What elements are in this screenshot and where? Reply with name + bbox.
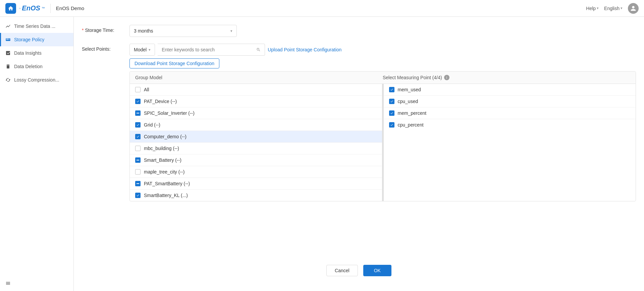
- group-model-header: Group Model: [135, 75, 383, 80]
- checkbox-all[interactable]: [135, 87, 141, 92]
- home-icon[interactable]: [5, 3, 16, 14]
- group-model-row-all[interactable]: All: [130, 84, 382, 96]
- model-dropdown[interactable]: Model ▾: [129, 44, 155, 56]
- storage-time-text: Storage Time:: [85, 28, 114, 33]
- group-model-label-smart-battery-kl: SmartBattery_KL (...): [144, 193, 188, 198]
- sidebar-item-data-deletion[interactable]: Data Deletion: [0, 60, 73, 73]
- group-model-row-mbc-building[interactable]: mbc_building (--): [130, 143, 382, 154]
- sidebar-label-storage-policy: Storage Policy: [14, 37, 44, 42]
- group-model-label-mbc-building: mbc_building (--): [144, 146, 179, 151]
- group-model-row-smart-battery-kl[interactable]: SmartBattery_KL (...): [130, 190, 382, 201]
- group-model-label-pat-device: PAT_Device (--): [144, 99, 177, 104]
- group-model-row-spic-solar[interactable]: SPIC_Solar_Inverter (--): [130, 107, 382, 119]
- select-points-row: Select Points: Model ▾ Upload Point Stor…: [82, 44, 636, 201]
- help-chevron-icon: ▾: [597, 6, 599, 10]
- sidebar-label-data-insights: Data Insights: [14, 50, 42, 56]
- table-header: Group Model Select Measuring Point (4/4)…: [130, 71, 636, 84]
- measuring-point-row-mem-percent[interactable]: mem_percent: [384, 107, 636, 119]
- group-model-row-computer-demo[interactable]: Computer_demo (--): [130, 131, 382, 143]
- sidebar-item-lossy-compression[interactable]: Lossy Compression...: [0, 73, 73, 87]
- measuring-point-header: Select Measuring Point (4/4) i: [383, 75, 630, 80]
- checkbox-cpu-percent[interactable]: [389, 122, 394, 128]
- required-star: *: [82, 28, 84, 33]
- checkbox-cpu-used[interactable]: [389, 99, 394, 104]
- sidebar-item-data-insights[interactable]: Data Insights: [0, 46, 73, 60]
- sidebar-bottom-menu[interactable]: [0, 277, 73, 291]
- checkbox-mem-used[interactable]: [389, 87, 394, 92]
- sidebar-item-storage-policy[interactable]: Storage Policy: [0, 33, 73, 46]
- sidebar-label-time-series: Time Series Data ...: [14, 23, 55, 29]
- checkbox-spic-solar[interactable]: [135, 110, 141, 116]
- checkbox-computer-demo[interactable]: [135, 134, 141, 139]
- enos-brand-text: EnOS: [22, 4, 40, 12]
- group-model-row-pat-device[interactable]: PAT_Device (--): [130, 96, 382, 107]
- measuring-point-label-mem-percent: mem_percent: [398, 110, 427, 116]
- search-input-box[interactable]: [158, 44, 265, 56]
- language-menu[interactable]: English ▾: [604, 6, 623, 11]
- download-button[interactable]: Download Point Storage Configuration: [129, 58, 219, 68]
- storage-icon: [5, 37, 11, 42]
- logo-area: ··· EnOS ™: [5, 3, 45, 14]
- content-area: * Storage Time: 3 months ▾ Select Points…: [74, 17, 644, 291]
- measuring-point-label-cpu-used: cpu_used: [398, 99, 418, 104]
- ok-button[interactable]: OK: [363, 265, 391, 276]
- measuring-point-header-text: Select Measuring Point (4/4): [383, 75, 442, 80]
- sidebar: Time Series Data ... Storage Policy Data…: [0, 17, 74, 291]
- table-body: All PAT_Device (--): [130, 84, 636, 201]
- insights-icon: [5, 50, 11, 56]
- group-model-row-grid[interactable]: Grid (--): [130, 119, 382, 131]
- group-model-label-all: All: [144, 87, 149, 92]
- help-label: Help: [586, 6, 596, 11]
- group-model-label-pat-smart-battery: PAT_SmartBattery (--): [144, 181, 190, 186]
- checkbox-smart-battery[interactable]: [135, 157, 141, 163]
- group-model-list: All PAT_Device (--): [130, 84, 382, 201]
- checkbox-grid[interactable]: [135, 122, 141, 128]
- group-model-label-computer-demo: Computer_demo (--): [144, 134, 186, 139]
- sidebar-label-lossy-compression: Lossy Compression...: [14, 77, 59, 83]
- group-model-row-pat-smart-battery[interactable]: PAT_SmartBattery (--): [130, 178, 382, 190]
- nav-divider: [50, 4, 51, 13]
- chart-icon: [5, 23, 11, 29]
- checkbox-maple-tree[interactable]: [135, 169, 141, 175]
- enos-dots: ···: [19, 6, 20, 10]
- group-model-label-grid: Grid (--): [144, 122, 160, 128]
- measuring-point-list: mem_used cpu_used: [384, 84, 636, 201]
- sidebar-item-time-series[interactable]: Time Series Data ...: [0, 19, 73, 33]
- storage-time-select[interactable]: 3 months ▾: [129, 25, 237, 37]
- storage-time-row: * Storage Time: 3 months ▾: [82, 25, 636, 37]
- info-icon[interactable]: i: [444, 75, 449, 80]
- select-points-area: Model ▾ Upload Point Storage Configurati…: [129, 44, 636, 201]
- help-menu[interactable]: Help ▾: [586, 6, 599, 11]
- checkbox-mbc-building[interactable]: [135, 146, 141, 151]
- checkbox-mem-percent[interactable]: [389, 110, 394, 116]
- group-model-label-spic-solar: SPIC_Solar_Inverter (--): [144, 110, 195, 116]
- measuring-point-label-mem-used: mem_used: [398, 87, 421, 92]
- group-model-label-maple-tree: maple_tree_city (--): [144, 169, 184, 175]
- nav-left: ··· EnOS ™ EnOS Demo: [5, 3, 84, 14]
- checkbox-pat-device[interactable]: [135, 99, 141, 104]
- measuring-point-row-cpu-used[interactable]: cpu_used: [384, 96, 636, 107]
- checkbox-pat-smart-battery[interactable]: [135, 181, 141, 186]
- compression-icon: [5, 77, 11, 83]
- measuring-point-row-mem-used[interactable]: mem_used: [384, 84, 636, 96]
- points-table: Group Model Select Measuring Point (4/4)…: [129, 71, 636, 201]
- upload-link[interactable]: Upload Point Storage Configuration: [268, 47, 341, 52]
- user-avatar[interactable]: [628, 3, 639, 14]
- group-model-row-smart-battery[interactable]: Smart_Battery (--): [130, 154, 382, 166]
- measuring-point-row-cpu-percent[interactable]: cpu_percent: [384, 119, 636, 131]
- model-chevron-icon: ▾: [149, 48, 151, 52]
- lang-chevron-icon: ▾: [621, 6, 623, 10]
- select-points-top: Model ▾ Upload Point Storage Configurati…: [129, 44, 636, 56]
- deletion-icon: [5, 64, 11, 69]
- storage-time-value: 3 months: [134, 28, 153, 34]
- main-layout: Time Series Data ... Storage Policy Data…: [0, 17, 644, 291]
- search-input[interactable]: [162, 47, 254, 52]
- language-label: English: [604, 6, 620, 11]
- group-model-row-maple-tree[interactable]: maple_tree_city (--): [130, 166, 382, 178]
- app-title: EnOS Demo: [56, 5, 84, 11]
- checkbox-smart-battery-kl[interactable]: [135, 193, 141, 198]
- cancel-button[interactable]: Cancel: [326, 265, 358, 276]
- group-model-label-smart-battery: Smart_Battery (--): [144, 157, 181, 163]
- storage-time-label: * Storage Time:: [82, 25, 125, 33]
- measuring-point-label-cpu-percent: cpu_percent: [398, 122, 424, 128]
